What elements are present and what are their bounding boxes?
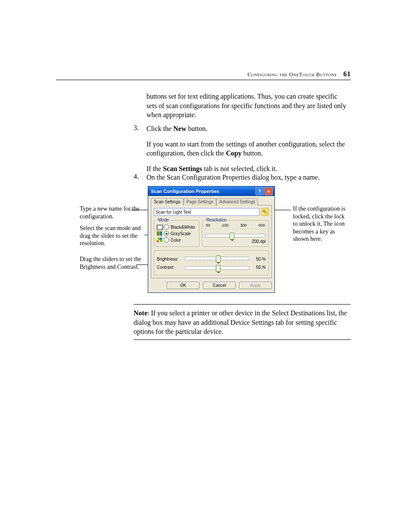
- brightness-label: Brightness:: [157, 257, 181, 261]
- header-text: Configuring the OneTouch Buttons: [248, 71, 337, 78]
- close-icon[interactable]: ×: [265, 187, 273, 195]
- note-rule-top: [134, 304, 351, 305]
- intro-paragraph: buttons set for text editing application…: [146, 92, 349, 120]
- step-3-p2: If you want to start from the settings o…: [146, 140, 349, 158]
- dialog-buttons: OK Cancel Apply: [151, 282, 272, 289]
- radio-color[interactable]: [164, 237, 169, 243]
- page-number: 61: [343, 70, 351, 78]
- scan-config-dialog: Scan Configuration Properties ? × Scan S…: [148, 186, 275, 293]
- resolution-value: 200 dpi: [205, 239, 266, 244]
- color-swatch-icon: [157, 238, 162, 242]
- dialog-title: Scan Configuration Properties: [151, 189, 219, 194]
- brightness-value: 50 %: [253, 257, 266, 261]
- gs-swatch-icon: [157, 231, 162, 236]
- header-rule: [56, 80, 351, 80]
- brightness-thumb[interactable]: [216, 255, 221, 262]
- step-3-line1: Click the New button.: [146, 124, 349, 134]
- contrast-value: 50 %: [253, 265, 266, 270]
- help-icon[interactable]: ?: [255, 187, 264, 195]
- resolution-ticks: [205, 228, 266, 229]
- mode-group: Mode Black&White GrayScale: [154, 220, 199, 247]
- note-paragraph: Note: If you select a printer or other d…: [134, 308, 349, 336]
- key-icon[interactable]: [261, 208, 269, 216]
- radio-color-label: Color: [171, 238, 181, 243]
- contrast-thumb[interactable]: [216, 265, 221, 272]
- resolution-legend: Resolution: [205, 218, 228, 222]
- note-rule-bottom: [134, 339, 351, 340]
- scan-settings-word: Scan Settings: [163, 165, 202, 172]
- new-word: New: [173, 125, 186, 132]
- callout-lock: If the configuration is locked, click th…: [293, 205, 349, 243]
- radio-color-row[interactable]: Color: [157, 237, 196, 243]
- callout-name: Type a new name for the configuration.: [80, 205, 149, 220]
- dialog-titlebar[interactable]: Scan Configuration Properties ? ×: [148, 187, 274, 196]
- brightness-slider[interactable]: [184, 256, 249, 262]
- brightness-contrast-group: Brightness: 50 % Contrast: 50 %: [154, 250, 269, 275]
- note-lead: Note: [134, 309, 147, 317]
- step-4-text: On the Scan Configuration Properties dia…: [146, 173, 349, 182]
- copy-word: Copy: [226, 149, 241, 157]
- step-3-p3: If the Scan Settings tab is not selected…: [146, 164, 349, 174]
- tab-scan-settings[interactable]: Scan Settings: [151, 198, 184, 205]
- tab-page-settings[interactable]: Page Settings: [184, 198, 216, 205]
- ok-button[interactable]: OK: [167, 282, 199, 289]
- config-name-input[interactable]: [154, 208, 259, 216]
- radio-bw-row[interactable]: Black&White: [157, 224, 196, 230]
- apply-button[interactable]: Apply: [239, 282, 272, 289]
- resolution-slider[interactable]: [205, 234, 266, 237]
- radio-gs[interactable]: [164, 231, 169, 236]
- mode-legend: Mode: [157, 218, 170, 222]
- callout-mode: Select the scan mode and drag the slider…: [80, 224, 149, 247]
- tab-panel: Mode Black&White GrayScale: [151, 205, 272, 278]
- resolution-scale: 50 100 300 600: [205, 223, 266, 227]
- step-3-number: 3.: [134, 124, 139, 132]
- contrast-label: Contrast:: [157, 265, 181, 270]
- tab-strip: Scan Settings Page Settings Advanced Set…: [151, 198, 272, 205]
- resolution-thumb[interactable]: [230, 233, 234, 240]
- radio-gs-row[interactable]: GrayScale: [157, 231, 196, 236]
- step-4-number: 4.: [134, 173, 139, 180]
- note-text: If you select a printer or other device …: [134, 309, 347, 335]
- resolution-group: Resolution 50 100 300 600 200 dpi: [202, 220, 269, 247]
- bw-swatch-icon: [157, 225, 162, 229]
- contrast-slider[interactable]: [184, 265, 249, 270]
- radio-gs-label: GrayScale: [171, 231, 191, 236]
- callout-sliders: Drag the sliders to set the Brightness a…: [80, 255, 149, 271]
- running-header: Configuring the OneTouch Buttons 61: [134, 70, 351, 78]
- radio-bw-label: Black&White: [171, 225, 195, 230]
- radio-bw[interactable]: [164, 224, 169, 230]
- cancel-button[interactable]: Cancel: [203, 282, 236, 289]
- tab-advanced-settings[interactable]: Advanced Settings: [216, 198, 258, 205]
